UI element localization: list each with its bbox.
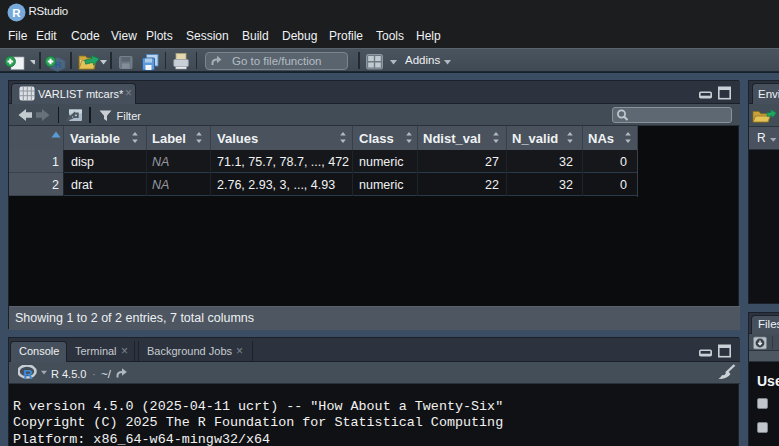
svg-text:R: R <box>12 7 21 19</box>
svg-text:R: R <box>23 367 33 380</box>
